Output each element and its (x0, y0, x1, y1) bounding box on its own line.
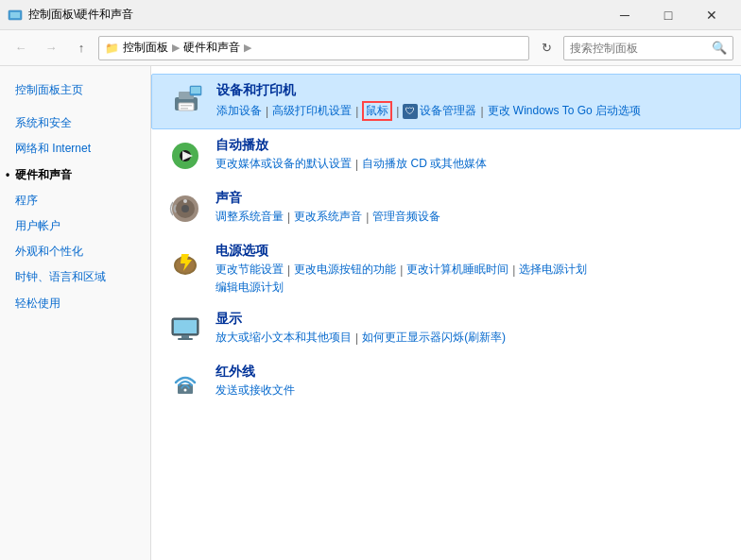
section-power[interactable]: 电源选项 更改节能设置 | 更改电源按钮的功能 | 更改计算机睡眠时间 | 选择… (151, 235, 741, 303)
power-icon (166, 243, 204, 280)
maximize-button[interactable]: □ (646, 0, 690, 30)
link-power-save[interactable]: 更改节能设置 (215, 262, 284, 278)
autoplay-icon (166, 137, 204, 175)
window-title: 控制面板\硬件和声音 (28, 7, 603, 23)
link-power-button[interactable]: 更改电源按钮的功能 (294, 262, 396, 278)
svg-rect-1 (10, 12, 20, 18)
svg-rect-5 (181, 105, 192, 107)
section-autoplay[interactable]: 自动播放 更改媒体或设备的默认设置 | 自动播放 CD 或其他媒体 (151, 129, 741, 182)
autoplay-content: 自动播放 更改媒体或设备的默认设置 | 自动播放 CD 或其他媒体 (215, 137, 726, 172)
svg-rect-8 (191, 87, 200, 93)
svg-point-16 (183, 199, 187, 203)
link-windows-to-go[interactable]: 更改 Windows To Go 启动选项 (488, 103, 641, 119)
svg-rect-4 (179, 103, 194, 110)
path-root: 控制面板 (123, 40, 168, 56)
link-change-media-default[interactable]: 更改媒体或设备的默认设置 (215, 156, 352, 172)
sound-links: 调整系统音量 | 更改系统声音 | 管理音频设备 (215, 209, 726, 225)
link-autoplay-cd[interactable]: 自动播放 CD 或其他媒体 (362, 156, 487, 172)
power-content: 电源选项 更改节能设置 | 更改电源按钮的功能 | 更改计算机睡眠时间 | 选择… (215, 243, 726, 296)
sidebar-item-ease[interactable]: 轻松使用 (0, 291, 150, 316)
svg-rect-6 (181, 108, 188, 110)
svg-rect-20 (174, 320, 197, 333)
section-infrared[interactable]: 红外线 发送或接收文件 (151, 356, 741, 409)
display-title[interactable]: 显示 (215, 311, 726, 328)
sidebar-item-network[interactable]: 网络和 Internet (0, 136, 150, 161)
address-bar: ← → ↑ 📁 控制面板 ▶ 硬件和声音 ▶ ↻ 🔍 (0, 30, 741, 66)
search-input[interactable] (570, 42, 712, 55)
display-content: 显示 放大或缩小文本和其他项目 | 如何更正显示器闪烁(刷新率) (215, 311, 726, 346)
link-edit-power-plan[interactable]: 编辑电源计划 (215, 280, 284, 296)
sound-title[interactable]: 声音 (215, 190, 726, 207)
link-refresh-rate[interactable]: 如何更正显示器闪烁(刷新率) (362, 330, 506, 346)
link-zoom-text[interactable]: 放大或缩小文本和其他项目 (215, 330, 352, 346)
content-area: 设备和打印机 添加设备 | 高级打印机设置 | 鼠标 | 🛡 设备管理器 | 更… (151, 66, 741, 560)
section-devices[interactable]: 设备和打印机 添加设备 | 高级打印机设置 | 鼠标 | 🛡 设备管理器 | 更… (151, 74, 741, 129)
power-links: 更改节能设置 | 更改电源按钮的功能 | 更改计算机睡眠时间 | 选择电源计划 (215, 262, 726, 278)
sidebar-home[interactable]: 控制面板主页 (0, 77, 150, 103)
address-path[interactable]: 📁 控制面板 ▶ 硬件和声音 ▶ (98, 36, 529, 60)
infrared-content: 红外线 发送或接收文件 (215, 364, 726, 399)
link-power-plan[interactable]: 选择电源计划 (519, 262, 587, 278)
sidebar-item-hardware[interactable]: 硬件和声音 (0, 162, 150, 188)
devices-content: 设备和打印机 添加设备 | 高级打印机设置 | 鼠标 | 🛡 设备管理器 | 更… (216, 82, 725, 121)
title-bar: 控制面板\硬件和声音 ─ □ ✕ (0, 0, 741, 30)
power-title[interactable]: 电源选项 (215, 243, 726, 260)
display-links: 放大或缩小文本和其他项目 | 如何更正显示器闪烁(刷新率) (215, 330, 726, 346)
sound-content: 声音 调整系统音量 | 更改系统声音 | 管理音频设备 (215, 190, 726, 225)
path-separator-2: ▶ (244, 42, 251, 54)
autoplay-title[interactable]: 自动播放 (215, 137, 726, 154)
section-display[interactable]: 显示 放大或缩小文本和其他项目 | 如何更正显示器闪烁(刷新率) (151, 303, 741, 356)
svg-rect-21 (181, 335, 189, 338)
link-mouse[interactable]: 鼠标 (362, 101, 392, 121)
link-device-manager[interactable]: 🛡 设备管理器 (403, 103, 476, 119)
infrared-icon (166, 364, 204, 401)
sidebar-item-users[interactable]: 用户帐户 (0, 213, 150, 239)
devices-icon (167, 82, 205, 120)
sidebar-item-appearance[interactable]: 外观和个性化 (0, 239, 150, 264)
svg-rect-22 (178, 338, 193, 340)
devices-links: 添加设备 | 高级打印机设置 | 鼠标 | 🛡 设备管理器 | 更改 Windo… (216, 101, 725, 121)
link-adjust-volume[interactable]: 调整系统音量 (215, 209, 284, 225)
link-printer-settings[interactable]: 高级打印机设置 (272, 103, 352, 119)
sidebar: 控制面板主页 系统和安全 网络和 Internet 硬件和声音 程序 用户帐户 … (0, 66, 151, 560)
app-icon (8, 8, 23, 23)
svg-point-24 (184, 389, 187, 392)
minimize-button[interactable]: ─ (603, 0, 646, 30)
sidebar-item-programs[interactable]: 程序 (0, 188, 150, 213)
refresh-button[interactable]: ↻ (533, 35, 560, 61)
svg-point-15 (181, 205, 189, 212)
sound-icon (166, 190, 204, 228)
main-layout: 控制面板主页 系统和安全 网络和 Internet 硬件和声音 程序 用户帐户 … (0, 66, 741, 560)
back-button[interactable]: ← (8, 35, 34, 61)
link-manage-audio[interactable]: 管理音频设备 (372, 209, 440, 225)
search-icon: 🔍 (712, 41, 727, 55)
path-separator-1: ▶ (172, 42, 180, 54)
link-send-receive[interactable]: 发送或接收文件 (215, 382, 295, 399)
link-add-device[interactable]: 添加设备 (216, 103, 262, 119)
window-controls: ─ □ ✕ (603, 0, 733, 30)
link-change-sounds[interactable]: 更改系统声音 (294, 209, 362, 225)
path-current: 硬件和声音 (183, 40, 240, 56)
infrared-title[interactable]: 红外线 (215, 364, 726, 381)
forward-button[interactable]: → (38, 35, 64, 61)
sidebar-item-clock[interactable]: 时钟、语言和区域 (0, 264, 150, 290)
power-links-2: 编辑电源计划 (215, 280, 726, 296)
devices-title[interactable]: 设备和打印机 (216, 82, 725, 99)
folder-icon: 📁 (105, 42, 119, 55)
link-sleep-time[interactable]: 更改计算机睡眠时间 (406, 262, 508, 278)
shield-icon: 🛡 (403, 104, 418, 119)
display-icon (166, 311, 204, 348)
search-box[interactable]: 🔍 (563, 36, 733, 60)
sidebar-item-system[interactable]: 系统和安全 (0, 110, 150, 136)
autoplay-links: 更改媒体或设备的默认设置 | 自动播放 CD 或其他媒体 (215, 156, 726, 172)
section-sound[interactable]: 声音 调整系统音量 | 更改系统声音 | 管理音频设备 (151, 182, 741, 235)
close-button[interactable]: ✕ (690, 0, 733, 30)
infrared-links: 发送或接收文件 (215, 382, 726, 399)
up-button[interactable]: ↑ (68, 35, 95, 61)
